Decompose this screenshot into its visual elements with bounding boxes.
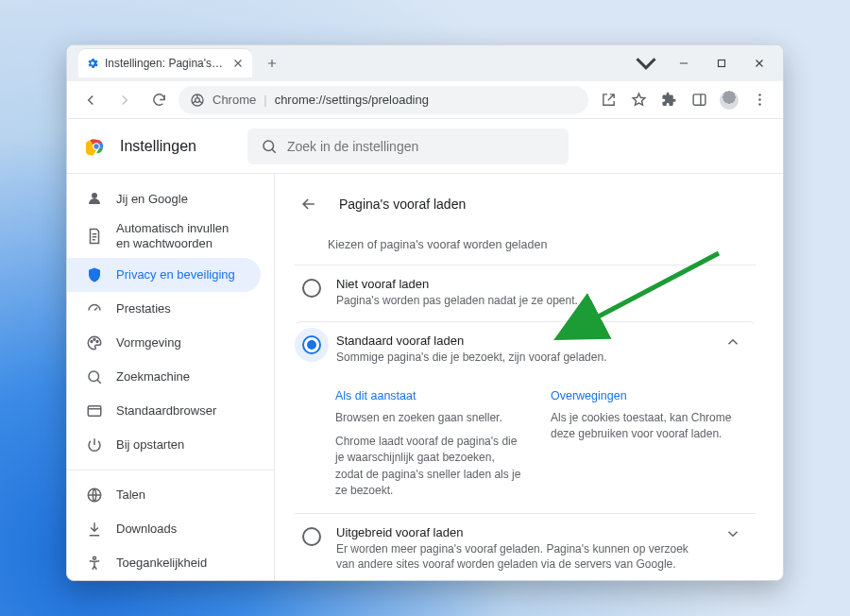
download-icon <box>86 521 103 538</box>
svg-point-11 <box>92 193 97 198</box>
sidebar-item-label: Talen <box>116 488 145 502</box>
sidebar-item-label: Downloads <box>116 522 177 536</box>
detail-text: Browsen en zoeken gaan sneller. <box>335 410 522 426</box>
reload-button[interactable] <box>144 86 173 114</box>
page-back-button[interactable] <box>294 189 324 219</box>
chevron-up-icon[interactable] <box>720 334 746 351</box>
radio-checked[interactable] <box>302 335 321 354</box>
document-icon <box>86 228 103 245</box>
svg-point-12 <box>91 340 93 342</box>
sidebar-item-label: Bij opstarten <box>116 437 184 452</box>
preload-option-standard[interactable]: Standaard vooraf laden Sommige pagina's … <box>294 321 756 378</box>
preload-option-none[interactable]: Niet vooraf laden Pagina's worden pas ge… <box>294 265 756 321</box>
sidebar-item-label: Automatisch invullen en wachtwoorden <box>116 221 242 252</box>
address-bar[interactable]: Chrome | chrome://settings/preloading <box>178 86 588 114</box>
page-header: Pagina's vooraf laden <box>294 189 756 219</box>
sidebar-item-label: Prestaties <box>116 301 171 316</box>
main-panel: Pagina's vooraf laden Kiezen of pagina's… <box>275 174 783 580</box>
app-body: Jij en Google Automatisch invullen en wa… <box>67 174 783 580</box>
globe-icon <box>86 487 103 504</box>
search-input[interactable] <box>287 139 555 154</box>
sidebar: Jij en Google Automatisch invullen en wa… <box>67 174 275 580</box>
svg-point-5 <box>758 98 761 101</box>
option-title: Uitgebreid vooraf laden <box>336 525 705 539</box>
sidebar-item-label: Jij en Google <box>116 192 188 206</box>
window-controls <box>628 50 783 77</box>
omnibox-host: Chrome <box>212 93 256 107</box>
sidebar-item-label: Toegankelijkheid <box>116 556 207 570</box>
svg-point-4 <box>758 94 761 96</box>
option-desc: Sommige pagina's die je bezoekt, zijn vo… <box>336 350 705 366</box>
sidebar-item-autofill[interactable]: Automatisch invullen en wachtwoorden <box>67 215 261 258</box>
palette-icon <box>86 334 103 351</box>
close-window-button[interactable] <box>741 50 777 77</box>
sidebar-item-search-engine[interactable]: Zoekmachine <box>67 360 261 394</box>
profile-avatar[interactable] <box>715 86 743 114</box>
toolbar: Chrome | chrome://settings/preloading <box>67 81 783 119</box>
shield-icon <box>86 266 103 283</box>
share-icon[interactable] <box>594 86 622 114</box>
person-icon <box>86 190 103 207</box>
sidebar-item-privacy[interactable]: Privacy en beveiliging <box>67 258 261 292</box>
svg-rect-0 <box>719 60 725 67</box>
forward-button[interactable] <box>110 86 139 114</box>
page-subhead: Kiezen of pagina's vooraf worden geladen <box>328 238 756 251</box>
minimize-button[interactable] <box>666 50 702 77</box>
omnibox-path: chrome://settings/preloading <box>275 93 429 107</box>
speedometer-icon <box>86 300 103 317</box>
sidebar-item-label: Standaardbrowser <box>116 403 216 418</box>
power-icon <box>86 436 103 453</box>
radio-unchecked[interactable] <box>302 279 321 298</box>
preload-option-extended[interactable]: Uitgebreid vooraf laden Er worden meer p… <box>294 513 756 580</box>
sidebar-separator <box>67 470 274 471</box>
sidebar-item-performance[interactable]: Prestaties <box>67 292 261 326</box>
search-icon <box>261 138 278 155</box>
settings-search[interactable] <box>247 128 569 164</box>
accessibility-icon <box>86 555 103 572</box>
svg-point-15 <box>89 371 99 382</box>
svg-point-14 <box>96 340 98 342</box>
tab-search-button[interactable] <box>628 50 664 77</box>
option-title: Niet vooraf laden <box>336 277 746 291</box>
option-title: Standaard vooraf laden <box>336 334 705 348</box>
svg-point-2 <box>196 97 200 102</box>
side-panel-icon[interactable] <box>685 86 713 114</box>
sidebar-item-default-browser[interactable]: Standaardbrowser <box>67 394 261 428</box>
svg-rect-3 <box>693 94 706 105</box>
app-title: Instellingen <box>120 138 196 155</box>
detail-text: Chrome laadt vooraf de pagina's die je w… <box>335 434 522 500</box>
sidebar-item-system[interactable]: Systeem <box>67 580 261 581</box>
titlebar: Instellingen: Pagina's vooraf lad… <box>67 45 783 81</box>
sidebar-item-accessibility[interactable]: Toegankelijkheid <box>67 546 261 580</box>
bookmark-icon[interactable] <box>624 86 653 114</box>
browser-tab[interactable]: Instellingen: Pagina's vooraf lad… <box>78 49 252 77</box>
sidebar-item-on-startup[interactable]: Bij opstarten <box>67 428 261 462</box>
sidebar-item-label: Zoekmachine <box>116 369 190 384</box>
option-detail: Als dit aanstaat Browsen en zoeken gaan … <box>294 378 756 513</box>
kebab-menu-icon[interactable] <box>745 86 774 114</box>
option-desc: Pagina's worden pas geladen nadat je ze … <box>336 293 746 309</box>
new-tab-button[interactable] <box>262 53 282 74</box>
page-title: Pagina's vooraf laden <box>339 197 466 212</box>
svg-point-6 <box>758 103 761 106</box>
detail-text: Als je cookies toestaat, kan Chrome deze… <box>551 410 738 443</box>
search-icon <box>86 368 103 385</box>
sidebar-item-label: Privacy en beveiliging <box>116 267 235 282</box>
chrome-product-icon <box>190 93 205 108</box>
maximize-button[interactable] <box>704 50 740 77</box>
chevron-down-icon[interactable] <box>720 525 746 542</box>
app-header: Instellingen <box>67 119 783 174</box>
browser-window: Instellingen: Pagina's vooraf lad… <box>66 44 784 581</box>
sidebar-item-downloads[interactable]: Downloads <box>67 512 261 546</box>
chrome-logo-icon <box>86 136 107 157</box>
close-icon[interactable] <box>231 57 245 70</box>
back-button[interactable] <box>76 86 105 114</box>
tab-title: Instellingen: Pagina's vooraf lad… <box>105 57 226 70</box>
radio-unchecked[interactable] <box>302 527 321 546</box>
extensions-icon[interactable] <box>654 86 683 114</box>
svg-rect-16 <box>88 405 101 416</box>
sidebar-item-you-and-google[interactable]: Jij en Google <box>67 181 261 215</box>
sidebar-item-appearance[interactable]: Vormgeving <box>67 326 261 360</box>
sidebar-item-languages[interactable]: Talen <box>67 478 261 512</box>
svg-point-13 <box>94 338 95 340</box>
